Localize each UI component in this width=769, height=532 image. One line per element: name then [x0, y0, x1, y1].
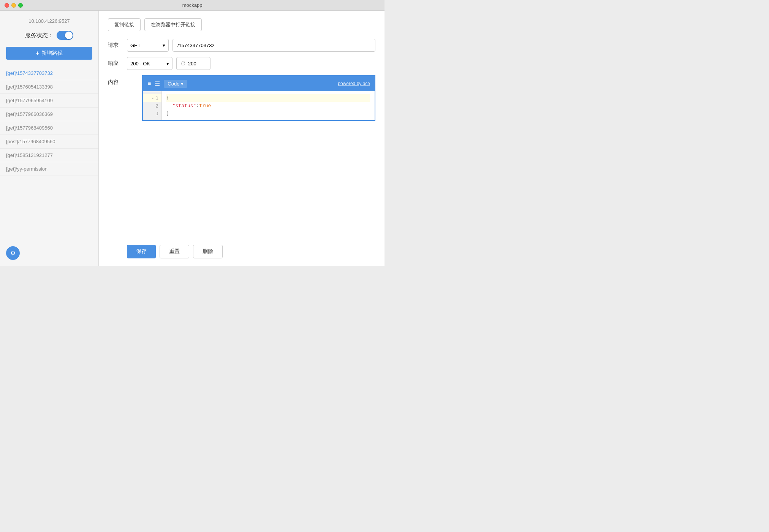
reset-button[interactable]: 重置	[160, 245, 189, 258]
align-center-icon[interactable]: ☰	[155, 80, 160, 87]
fold-arrow[interactable]: ▾	[152, 96, 154, 100]
settings-button[interactable]: ⚙	[6, 246, 20, 260]
line-no-text: 2	[155, 103, 158, 109]
editor-toolbar-left: ≡ ☰ Code ▾	[147, 80, 187, 88]
line-numbers: ▾123	[143, 91, 162, 120]
code-line-3: }	[166, 109, 370, 117]
editor-wrap: ≡ ☰ Code ▾ powered by ace ▾123	[142, 75, 375, 121]
line-number-2: 2	[143, 102, 161, 109]
open-in-browser-button[interactable]: 在浏览器中打开链接	[144, 18, 202, 31]
title-bar: mockapp	[0, 0, 384, 11]
copy-link-button[interactable]: 复制链接	[108, 18, 141, 31]
delay-input-wrap: ⏱	[176, 57, 210, 70]
route-item-route-4[interactable]: [get]/1577966036369	[0, 108, 98, 121]
route-item-route-6[interactable]: [post]/1577968409560	[0, 135, 98, 149]
service-status-row: 服务状态：	[0, 31, 98, 40]
editor-toolbar: ≡ ☰ Code ▾ powered by ace	[143, 76, 375, 91]
route-item-route-8[interactable]: [get]/yy-permission	[0, 162, 98, 176]
code-mode-button[interactable]: Code ▾	[164, 80, 187, 88]
toggle-knob	[65, 32, 73, 39]
clock-icon: ⏱	[180, 60, 186, 66]
top-actions: 复制链接 在浏览器中打开链接	[108, 18, 375, 31]
editor-body[interactable]: ▾123 { "status": true}	[143, 91, 375, 120]
server-address: 10.180.4.226:9527	[0, 18, 98, 24]
service-status-label: 服务状态：	[25, 32, 54, 39]
line-number-3: 3	[143, 109, 161, 117]
app-body: 10.180.4.226:9527 服务状态： + 新增路径 [get]/157…	[0, 11, 384, 266]
method-chevron-icon: ▾	[163, 43, 165, 48]
response-row: 响应 200 - OK ▾ ⏱	[108, 57, 375, 70]
maximize-button[interactable]	[18, 3, 23, 8]
minimize-button[interactable]	[11, 3, 16, 8]
app-title: mockapp	[182, 2, 203, 8]
code-mode-label: Code	[168, 81, 179, 87]
status-select[interactable]: 200 - OK ▾	[127, 57, 172, 70]
main-content: 复制链接 在浏览器中打开链接 请求 GET ▾ 响应 200 - OK ▾ ⏱	[99, 11, 384, 266]
content-label: 内容	[108, 75, 123, 86]
gear-icon: ⚙	[10, 250, 16, 257]
code-content[interactable]: { "status": true}	[162, 91, 375, 120]
route-item-route-7[interactable]: [get]/1585121921277	[0, 149, 98, 162]
status-chevron-icon: ▾	[166, 61, 169, 66]
line-number-1: ▾1	[143, 94, 161, 102]
content-row: 内容 ≡ ☰ Code ▾ powered by ace	[108, 75, 375, 239]
sidebar: 10.180.4.226:9527 服务状态： + 新增路径 [get]/157…	[0, 11, 99, 266]
method-value: GET	[130, 43, 141, 48]
line-no-text: 1	[155, 95, 158, 101]
route-item-route-1[interactable]: [get]/1574337703732	[0, 66, 98, 80]
delete-button[interactable]: 删除	[193, 245, 223, 258]
line-no-text: 3	[155, 111, 158, 116]
status-value: 200 - OK	[130, 61, 150, 66]
route-item-route-5[interactable]: [get]/1577968409560	[0, 121, 98, 135]
powered-by-link[interactable]: powered by ace	[338, 81, 370, 86]
close-button[interactable]	[5, 3, 9, 8]
traffic-lights	[5, 3, 23, 8]
request-row: 请求 GET ▾	[108, 39, 375, 52]
plus-icon: +	[36, 50, 39, 56]
path-input[interactable]	[172, 39, 375, 52]
method-select[interactable]: GET ▾	[127, 39, 169, 52]
request-label: 请求	[108, 42, 123, 49]
save-button[interactable]: 保存	[127, 245, 156, 258]
align-left-icon[interactable]: ≡	[147, 80, 151, 87]
delay-input[interactable]	[188, 61, 203, 66]
response-label: 响应	[108, 60, 123, 67]
code-line-2: "status": true	[166, 102, 370, 109]
route-item-route-2[interactable]: [get]/1576054133398	[0, 80, 98, 94]
code-chevron-icon: ▾	[181, 81, 184, 87]
code-line-1: {	[166, 94, 370, 102]
route-item-route-3[interactable]: [get]/1577965954109	[0, 94, 98, 108]
add-route-button[interactable]: + 新增路径	[6, 47, 92, 60]
route-list: [get]/1574337703732[get]/1576054133398[g…	[0, 66, 98, 266]
service-toggle[interactable]	[57, 31, 73, 40]
add-route-label: 新增路径	[41, 50, 63, 57]
bottom-actions: 保存 重置 删除	[108, 245, 375, 258]
